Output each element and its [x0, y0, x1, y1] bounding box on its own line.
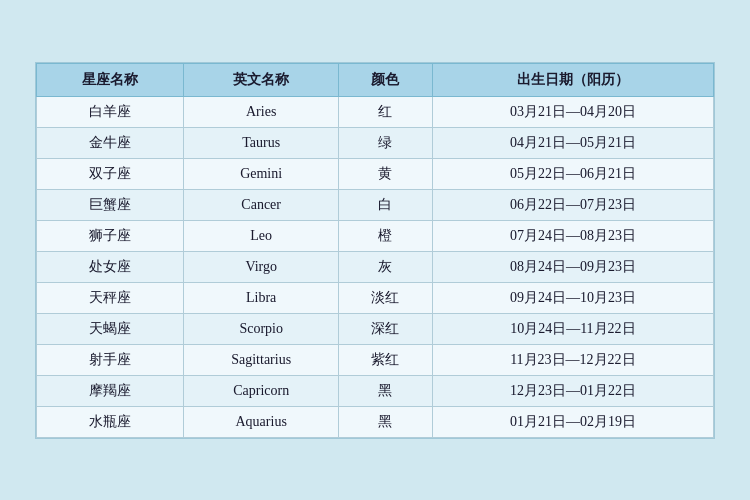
header-english-name: 英文名称 — [184, 63, 339, 96]
cell-chinese-name: 巨蟹座 — [37, 189, 184, 220]
cell-english-name: Cancer — [184, 189, 339, 220]
table-row: 处女座Virgo灰08月24日—09月23日 — [37, 251, 714, 282]
cell-dates: 10月24日—11月22日 — [432, 313, 713, 344]
header-color: 颜色 — [339, 63, 433, 96]
table-row: 双子座Gemini黄05月22日—06月21日 — [37, 158, 714, 189]
cell-chinese-name: 水瓶座 — [37, 406, 184, 437]
cell-dates: 01月21日—02月19日 — [432, 406, 713, 437]
table-header-row: 星座名称 英文名称 颜色 出生日期（阳历） — [37, 63, 714, 96]
cell-dates: 11月23日—12月22日 — [432, 344, 713, 375]
cell-english-name: Gemini — [184, 158, 339, 189]
cell-dates: 08月24日—09月23日 — [432, 251, 713, 282]
cell-english-name: Aries — [184, 96, 339, 127]
cell-chinese-name: 射手座 — [37, 344, 184, 375]
cell-english-name: Aquarius — [184, 406, 339, 437]
cell-english-name: Libra — [184, 282, 339, 313]
cell-dates: 12月23日—01月22日 — [432, 375, 713, 406]
table-row: 白羊座Aries红03月21日—04月20日 — [37, 96, 714, 127]
header-dates: 出生日期（阳历） — [432, 63, 713, 96]
zodiac-table-container: 星座名称 英文名称 颜色 出生日期（阳历） 白羊座Aries红03月21日—04… — [35, 62, 715, 439]
table-row: 水瓶座Aquarius黑01月21日—02月19日 — [37, 406, 714, 437]
cell-english-name: Virgo — [184, 251, 339, 282]
cell-chinese-name: 天秤座 — [37, 282, 184, 313]
cell-english-name: Leo — [184, 220, 339, 251]
cell-color: 淡红 — [339, 282, 433, 313]
table-row: 天蝎座Scorpio深红10月24日—11月22日 — [37, 313, 714, 344]
table-row: 巨蟹座Cancer白06月22日—07月23日 — [37, 189, 714, 220]
zodiac-table: 星座名称 英文名称 颜色 出生日期（阳历） 白羊座Aries红03月21日—04… — [36, 63, 714, 438]
cell-english-name: Capricorn — [184, 375, 339, 406]
cell-color: 白 — [339, 189, 433, 220]
cell-dates: 07月24日—08月23日 — [432, 220, 713, 251]
cell-english-name: Sagittarius — [184, 344, 339, 375]
cell-chinese-name: 处女座 — [37, 251, 184, 282]
cell-dates: 03月21日—04月20日 — [432, 96, 713, 127]
cell-color: 黄 — [339, 158, 433, 189]
cell-english-name: Taurus — [184, 127, 339, 158]
cell-color: 红 — [339, 96, 433, 127]
table-row: 射手座Sagittarius紫红11月23日—12月22日 — [37, 344, 714, 375]
cell-dates: 06月22日—07月23日 — [432, 189, 713, 220]
cell-chinese-name: 白羊座 — [37, 96, 184, 127]
cell-chinese-name: 天蝎座 — [37, 313, 184, 344]
cell-chinese-name: 双子座 — [37, 158, 184, 189]
table-body: 白羊座Aries红03月21日—04月20日金牛座Taurus绿04月21日—0… — [37, 96, 714, 437]
cell-dates: 05月22日—06月21日 — [432, 158, 713, 189]
cell-color: 灰 — [339, 251, 433, 282]
cell-chinese-name: 金牛座 — [37, 127, 184, 158]
cell-chinese-name: 狮子座 — [37, 220, 184, 251]
cell-color: 绿 — [339, 127, 433, 158]
cell-dates: 04月21日—05月21日 — [432, 127, 713, 158]
cell-chinese-name: 摩羯座 — [37, 375, 184, 406]
cell-color: 黑 — [339, 375, 433, 406]
table-row: 狮子座Leo橙07月24日—08月23日 — [37, 220, 714, 251]
cell-english-name: Scorpio — [184, 313, 339, 344]
table-row: 摩羯座Capricorn黑12月23日—01月22日 — [37, 375, 714, 406]
cell-color: 黑 — [339, 406, 433, 437]
cell-color: 橙 — [339, 220, 433, 251]
table-row: 天秤座Libra淡红09月24日—10月23日 — [37, 282, 714, 313]
cell-dates: 09月24日—10月23日 — [432, 282, 713, 313]
cell-color: 紫红 — [339, 344, 433, 375]
header-chinese-name: 星座名称 — [37, 63, 184, 96]
table-row: 金牛座Taurus绿04月21日—05月21日 — [37, 127, 714, 158]
cell-color: 深红 — [339, 313, 433, 344]
